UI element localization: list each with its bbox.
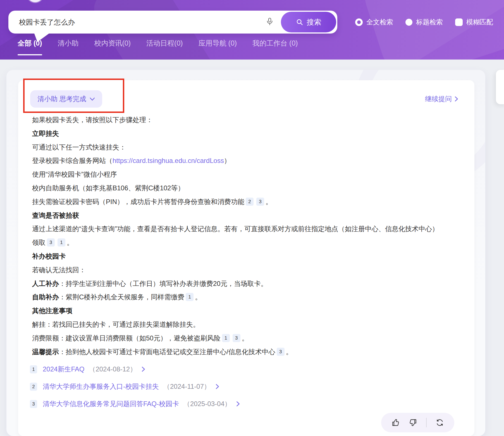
assistant-status-label: 清小助 思考完成	[37, 94, 86, 103]
answer-card-header: 清小助 思考完成 继续提问	[30, 90, 458, 108]
text-segment: ：拾到他人校园卡可通过卡背面电话登记或交至注册中心/信息化技术中心	[59, 348, 275, 356]
answer-line: 人工补办：持学生证到注册中心（工作日）填写补办表并缴费20元，当场取卡。	[32, 277, 463, 291]
bold-text: 立即挂失	[32, 130, 59, 137]
bold-text: 自助补办	[32, 293, 59, 301]
text-segment: 如果校园卡丢失，请按照以下步骤处理：	[32, 116, 153, 124]
text-segment: 解挂：若找回已挂失的卡，可通过原挂失渠道解除挂失。	[32, 321, 200, 328]
text-segment: 挂失需验证校园卡密码（PIN），成功后卡片将暂停身份查验和消费功能	[32, 198, 244, 205]
text-segment: 。	[242, 334, 249, 342]
filter-title-search[interactable]: 标题检索	[405, 18, 443, 27]
reference-item[interactable]: 3清华大学信息化服务常见问题回答FAQ-校园卡（2025-03-04）	[30, 398, 458, 409]
chevron-right-icon	[142, 366, 145, 372]
reference-number-badge: 1	[30, 365, 37, 373]
text-segment: 可通过以下任一方式快速挂失：	[32, 143, 126, 151]
answer-action-bar	[381, 413, 454, 432]
reference-link[interactable]: 清华大学师生办事服务入口-校园卡挂失	[43, 382, 159, 391]
answer-line: 可通过以下任一方式快速挂失：	[32, 141, 463, 154]
header: 校园卡丢了怎么办 搜索 全文检索标题检索模糊匹配 全部 (0)清小助校内资讯(0…	[0, 0, 504, 60]
citation-badge[interactable]: 1	[222, 334, 230, 342]
reference-link[interactable]: 清华大学信息化服务常见问题回答FAQ-校园卡	[43, 399, 179, 408]
answer-line: 挂失需验证校园卡密码（PIN），成功后卡片将暂停身份查验和消费功能23。	[32, 195, 463, 209]
side-panel-edge	[496, 70, 504, 104]
citation-badge[interactable]: 3	[277, 348, 285, 356]
chevron-down-icon	[90, 97, 95, 101]
bold-text: 人工补办	[32, 280, 59, 287]
magnifier-icon	[296, 18, 304, 26]
text-segment: 校内自助服务机（如李兆基B106、紫荆C楼102等）	[32, 184, 184, 192]
text-segment: 使用“清华校园卡”微信小程序	[32, 170, 117, 178]
regenerate-button[interactable]	[436, 418, 444, 427]
answer-line: 通过上述渠道的“遗失卡查询”功能，查看是否有拾卡人登记信息。若有，可直接联系对方…	[32, 222, 463, 236]
citation-badge[interactable]: 2	[246, 198, 254, 206]
text-segment: 若确认无法找回：	[32, 266, 86, 274]
answer-line: 立即挂失	[32, 127, 463, 141]
filter-label: 全文检索	[366, 18, 393, 27]
text-segment: ：紫荆C楼补办机全天候服务，同样需缴费	[59, 293, 184, 301]
search-button[interactable]: 搜索	[281, 12, 336, 32]
bold-text: 温馨提示	[32, 348, 59, 356]
assistant-status-pill[interactable]: 清小助 思考完成	[30, 90, 102, 108]
reference-date: （2025-03-04）	[183, 399, 231, 408]
citation-badge[interactable]: 3	[47, 238, 55, 247]
answer-line: 温馨提示：拾到他人校园卡可通过卡背面电话登记或交至注册中心/信息化技术中心3。	[32, 345, 463, 359]
citation-badge[interactable]: 1	[58, 238, 65, 247]
tab-app-nav[interactable]: 应用导航 (0)	[199, 39, 237, 55]
assistant-answer-text: 如果校园卡丢失，请按照以下步骤处理：立即挂失可通过以下任一方式快速挂失：登录校园…	[32, 113, 463, 359]
microphone-icon[interactable]	[266, 17, 274, 27]
thumbs-up-button[interactable]	[391, 418, 400, 427]
bold-text: 查询是否被拾获	[32, 212, 79, 219]
inline-link[interactable]: https://card.tsinghua.edu.cn/cardLoss	[113, 157, 224, 164]
search-bar: 校园卡丢了怎么办 搜索	[8, 11, 337, 34]
continue-asking-link[interactable]: 继续提问	[425, 94, 458, 103]
reference-date: （2024-08-12）	[89, 365, 137, 374]
tab-events[interactable]: 活动日程(0)	[146, 39, 183, 55]
thumbs-down-button[interactable]	[409, 418, 417, 427]
bold-text: 补办校园卡	[32, 252, 66, 260]
answer-line: 其他注意事项	[32, 304, 463, 318]
text-segment: 登录校园卡综合服务网站（	[32, 157, 113, 164]
chevron-right-icon	[216, 384, 219, 389]
citation-badge[interactable]: 1	[186, 293, 194, 301]
assistant-answer-card: 清小助 思考完成 继续提问 如果校园卡丢失，请按照以下步骤处理：立即挂失可通过以…	[18, 80, 474, 436]
text-segment: 。	[266, 198, 272, 205]
answer-line: 使用“清华校园卡”微信小程序	[32, 168, 463, 181]
tab-campus-news[interactable]: 校内资讯(0)	[94, 39, 131, 55]
text-segment: ）	[224, 157, 231, 164]
search-mode-filters: 全文检索标题检索模糊匹配	[355, 11, 493, 34]
citation-badge[interactable]: 3	[256, 198, 264, 206]
app-window: 校园卡丢了怎么办 搜索 全文检索标题检索模糊匹配 全部 (0)清小助校内资讯(0…	[0, 0, 504, 436]
continue-asking-label: 继续提问	[425, 94, 452, 103]
chevron-right-icon	[455, 96, 458, 102]
checkbox-icon[interactable]	[455, 18, 463, 26]
answer-line: 若确认无法找回：	[32, 263, 463, 277]
reference-link[interactable]: 2024新生FAQ	[43, 365, 84, 374]
tab-workbench[interactable]: 我的工作台 (0)	[252, 39, 298, 55]
answer-line: 自助补办：紫荆C楼补办机全天候服务，同样需缴费1。	[32, 290, 463, 304]
bold-text: 其他注意事项	[32, 307, 72, 314]
reference-list: 12024新生FAQ（2024-08-12）2清华大学师生办事服务入口-校园卡挂…	[30, 364, 458, 409]
answer-line: 如果校园卡丢失，请按照以下步骤处理：	[32, 113, 463, 127]
radio-icon[interactable]	[355, 18, 363, 26]
reference-date: （2024-11-07）	[163, 382, 211, 391]
citation-badge[interactable]: 3	[233, 334, 240, 342]
answer-line: 补办校园卡	[32, 250, 463, 263]
tab-all[interactable]: 全部 (0)	[18, 39, 42, 55]
reference-item[interactable]: 12024新生FAQ（2024-08-12）	[30, 364, 458, 375]
chevron-right-icon	[236, 401, 240, 407]
text-segment: 消费限额：建议设置单日消费限额（如50元），避免被盗刷风险	[32, 334, 221, 342]
tab-qingxiaozhu[interactable]: 清小助	[58, 39, 79, 55]
text-segment: 。	[195, 293, 202, 301]
text-segment: ：持学生证到注册中心（工作日）填写补办表并缴费20元，当场取卡。	[59, 280, 267, 287]
radio-icon[interactable]	[405, 19, 412, 26]
answer-line: 校内自助服务机（如李兆基B106、紫荆C楼102等）	[32, 181, 463, 195]
filter-label: 模糊匹配	[466, 18, 493, 27]
filter-fuzzy-match[interactable]: 模糊匹配	[455, 18, 493, 27]
university-logo	[27, 0, 43, 2]
reference-number-badge: 2	[30, 383, 37, 391]
reference-item[interactable]: 2清华大学师生办事服务入口-校园卡挂失（2024-11-07）	[30, 381, 458, 392]
action-divider	[426, 418, 427, 427]
text-segment: 领取	[32, 239, 46, 246]
filter-fulltext[interactable]: 全文检索	[355, 18, 393, 27]
text-segment: 。	[67, 239, 73, 246]
result-tabs: 全部 (0)清小助校内资讯(0)活动日程(0)应用导航 (0)我的工作台 (0)	[18, 39, 298, 55]
